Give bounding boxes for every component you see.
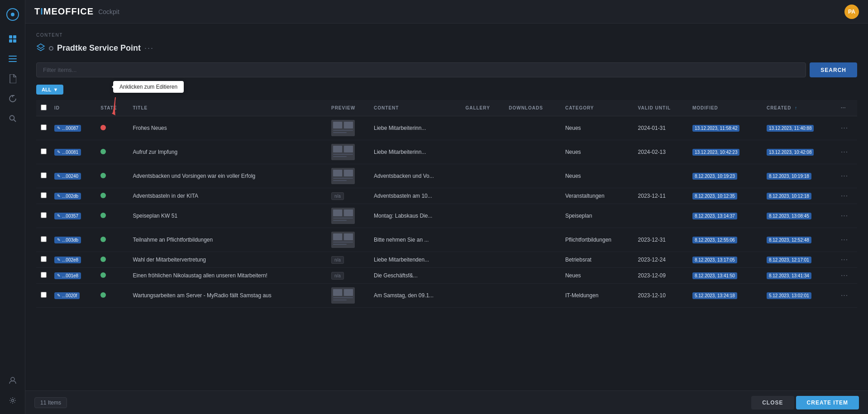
row-actions-menu[interactable]: ··· [841, 236, 848, 243]
row-title[interactable]: Adventsbacken und Vorsingen war ein voll… [129, 164, 328, 188]
row-actions-menu[interactable]: ··· [841, 271, 848, 279]
row-checkbox[interactable] [41, 256, 47, 262]
grid-icon[interactable] [5, 31, 21, 47]
modified-timestamp: 5.12.2023, 13:24:18 [692, 292, 737, 299]
row-created: 8.12.2023, 13:08:45 [763, 204, 837, 228]
state-indicator [100, 125, 106, 130]
row-checkbox[interactable] [41, 292, 47, 298]
content-table: ID STATE TITLE PREVIEW CONTENT GALLERY D… [36, 100, 857, 308]
table-row: ✎...00081Aufruf zur ImpfungLiebe Mitarbe… [36, 140, 857, 164]
close-button[interactable]: CLOSE [751, 396, 794, 409]
refresh-icon[interactable] [5, 90, 21, 107]
row-modified: 8.12.2023, 13:41:50 [689, 268, 763, 284]
row-title[interactable]: Frohes Neues [129, 116, 328, 140]
search-sidebar-icon[interactable] [5, 110, 21, 127]
row-category: Pflichtfortbildungen [562, 228, 634, 252]
row-checkbox-cell[interactable] [36, 228, 51, 252]
row-modified: 8.12.2023, 10:19:23 [689, 164, 763, 188]
menu-icon[interactable] [5, 51, 21, 67]
modified-timestamp: 8.12.2023, 13:17:05 [692, 257, 737, 263]
search-button[interactable]: SEARCH [810, 62, 857, 77]
header-gallery: GALLERY [462, 100, 505, 116]
row-title[interactable]: Einen fröhlichen Nikolaustag allen unser… [129, 268, 328, 284]
row-checkbox[interactable] [41, 124, 47, 130]
row-checkbox-cell[interactable] [36, 188, 51, 204]
row-checkbox[interactable] [41, 192, 47, 198]
row-title[interactable]: Wahl der Mitarbeitervertretung [129, 252, 328, 268]
svg-line-10 [14, 120, 16, 122]
svg-rect-22 [333, 146, 342, 152]
row-title[interactable]: Aufruf zur Impfung [129, 140, 328, 164]
row-title[interactable]: Adventsbasteln in der KITA [129, 188, 328, 204]
document-icon[interactable] [5, 71, 21, 87]
row-checkbox-cell[interactable] [36, 204, 51, 228]
row-checkbox[interactable] [41, 212, 47, 218]
row-state [97, 188, 129, 204]
row-actions-cell[interactable]: ··· [837, 164, 857, 188]
filter-row: ALL ▼ Anklicken zum Editieren [36, 85, 857, 95]
create-item-button[interactable]: CREATE ITEM [796, 396, 859, 409]
row-actions-cell[interactable]: ··· [837, 268, 857, 284]
settings-icon[interactable] [5, 392, 21, 409]
row-content: Adventsbasteln am 10... [370, 188, 462, 204]
svg-point-11 [11, 377, 14, 381]
row-checkbox-cell[interactable] [36, 268, 51, 284]
row-checkbox[interactable] [41, 172, 47, 178]
row-actions-menu[interactable]: ··· [841, 124, 848, 132]
row-actions-cell[interactable]: ··· [837, 228, 857, 252]
row-valid-until: 2023-12-10 [634, 284, 689, 308]
row-state [97, 116, 129, 140]
row-actions-menu[interactable]: ··· [841, 291, 848, 299]
row-gallery [462, 228, 505, 252]
row-category: Betriebsrat [562, 252, 634, 268]
row-actions-cell[interactable]: ··· [837, 284, 857, 308]
row-checkbox-cell[interactable] [36, 164, 51, 188]
row-checkbox-cell[interactable] [36, 284, 51, 308]
row-actions-menu[interactable]: ··· [841, 256, 848, 263]
header-downloads: DOWNLOADS [505, 100, 562, 116]
filter-input[interactable] [36, 62, 806, 77]
row-actions-cell[interactable]: ··· [837, 140, 857, 164]
row-actions-cell[interactable]: ··· [837, 116, 857, 140]
all-filter-button[interactable]: ALL ▼ [36, 85, 63, 95]
row-actions-menu[interactable]: ··· [841, 172, 848, 180]
row-actions-menu[interactable]: ··· [841, 148, 848, 156]
row-gallery [462, 188, 505, 204]
header-created[interactable]: CREATED ↑ [763, 100, 837, 116]
row-checkbox[interactable] [41, 236, 47, 242]
svg-rect-33 [344, 209, 353, 216]
row-created: 8.12.2023, 13:41:34 [763, 268, 837, 284]
row-content: Montag: Labskaus Die... [370, 204, 462, 228]
row-actions-menu[interactable]: ··· [841, 192, 848, 200]
row-checkbox-cell[interactable] [36, 116, 51, 140]
breadcrumb-menu[interactable]: ··· [144, 43, 154, 53]
row-title[interactable]: Speiseplan KW 51 [129, 204, 328, 228]
row-actions-cell[interactable]: ··· [837, 252, 857, 268]
created-timestamp: 8.12.2023, 13:08:45 [767, 213, 811, 219]
row-checkbox-cell[interactable] [36, 252, 51, 268]
row-title[interactable]: Teilnahme an Pflichtfortbildungen [129, 228, 328, 252]
row-checkbox[interactable] [41, 272, 47, 278]
modified-timestamp: 8.12.2023, 13:14:37 [692, 213, 737, 219]
state-indicator [100, 257, 106, 262]
row-title[interactable]: Wartungsarbeiten am Server - MyRadio fäl… [129, 284, 328, 308]
svg-point-9 [10, 116, 14, 120]
row-actions-menu[interactable]: ··· [841, 212, 848, 219]
row-downloads [505, 252, 562, 268]
row-checkbox-cell[interactable] [36, 140, 51, 164]
row-created: 8.12.2023, 10:12:18 [763, 188, 837, 204]
header-checkbox[interactable] [36, 100, 51, 116]
row-created: 13.12.2023, 11:40:88 [763, 116, 837, 140]
row-actions-cell[interactable]: ··· [837, 204, 857, 228]
select-all-checkbox[interactable] [41, 105, 47, 110]
user-avatar[interactable]: PA [844, 5, 859, 19]
row-content: Die Geschäftsf&... [370, 268, 462, 284]
row-content: Adventsbacken und Vo... [370, 164, 462, 188]
row-created: 8.12.2023, 12:17:01 [763, 252, 837, 268]
row-actions-cell[interactable]: ··· [837, 188, 857, 204]
row-id: ✎...00240 [51, 164, 97, 188]
svg-rect-34 [333, 218, 353, 219]
row-checkbox[interactable] [41, 148, 47, 154]
user-icon[interactable] [5, 372, 21, 389]
table-body: ✎...00087Frohes NeuesLiebe Mitarbeiterin… [36, 116, 857, 308]
